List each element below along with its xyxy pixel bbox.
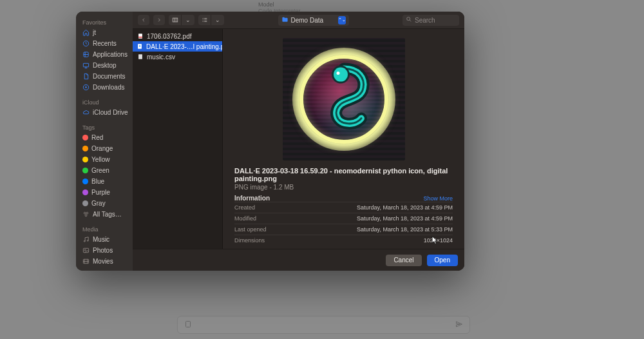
music-icon [82, 236, 90, 243]
chevron-down-icon[interactable]: ⌄ [211, 15, 224, 25]
tag-dot-green [82, 168, 88, 173]
sidebar-item-icloud-drive[interactable]: iCloud Drive [76, 107, 133, 118]
sidebar-item-label: Green [91, 167, 109, 174]
sidebar-header-media: Media [76, 224, 133, 234]
nav-forward-button[interactable] [153, 15, 165, 25]
preview-filename: DALL·E 2023-03-18 16.59.20 - neomodernis… [234, 167, 453, 182]
svg-point-5 [84, 212, 86, 214]
file-name: DALL·E 2023-…l painting.png [146, 43, 222, 50]
preview-pane: DALL·E 2023-03-18 16.59.20 - neomodernis… [223, 29, 464, 249]
python-snake-icon [308, 59, 379, 137]
sidebar-tag-purple[interactable]: Purple [76, 187, 133, 198]
info-value: Saturday, March 18, 2023 at 5:33 PM [357, 226, 453, 233]
sidebar-all-tags[interactable]: All Tags… [76, 209, 133, 220]
main-panel: ⌄ ⌄ Demo Data ⌃⌄ Search [133, 12, 464, 271]
clock-icon [82, 40, 90, 47]
file-name: 1706.03762.pdf [147, 33, 192, 40]
sidebar-item-label: Applications [93, 51, 128, 58]
svg-point-11 [84, 249, 86, 251]
sidebar-item-label: All Tags… [93, 211, 122, 218]
app-icon [82, 51, 90, 58]
svg-point-9 [87, 240, 88, 241]
info-row: Dimensions1024×1024 [234, 235, 453, 246]
info-key: Last opened [234, 226, 267, 233]
view-list-icon[interactable] [198, 15, 211, 25]
sidebar-tag-red[interactable]: Red [76, 132, 133, 143]
sidebar-item-jt[interactable]: jt [76, 27, 133, 38]
chevron-left-icon [141, 17, 146, 23]
sidebar-tag-yellow[interactable]: Yellow [76, 154, 133, 165]
view-mode-segmented[interactable]: ⌄ [169, 15, 194, 25]
cancel-button[interactable]: Cancel [386, 255, 421, 266]
tag-dot-purple [82, 189, 88, 195]
preview-thumbnail [283, 38, 405, 160]
info-key: Modified [234, 215, 256, 222]
file-row[interactable]: DALL·E 2023-…l painting.png [133, 41, 222, 52]
tag-dot-yellow [82, 157, 88, 162]
folder-dropdown[interactable]: Demo Data ⌃⌄ [278, 15, 349, 26]
svg-point-8 [84, 240, 85, 242]
folder-icon [281, 16, 289, 24]
sidebar-item-label: Blue [91, 178, 104, 185]
info-key: Dimensions [234, 237, 265, 244]
sidebar-item-label: Yellow [91, 156, 110, 163]
sidebar-item-label: Movies [93, 258, 113, 265]
download-icon [82, 84, 90, 91]
sidebar-item-label: Recents [93, 40, 117, 47]
sidebar-item-desktop[interactable]: Desktop [76, 60, 133, 71]
svg-point-21 [334, 68, 348, 82]
tag-dot-orange [82, 146, 88, 151]
sidebar-item-label: Photos [93, 247, 113, 254]
show-more-link[interactable]: Show More [423, 195, 453, 202]
sidebar-item-label: Downloads [93, 84, 124, 91]
group-mode-segmented[interactable]: ⌄ [198, 15, 224, 25]
tag-dot-red [82, 135, 88, 140]
sidebar-item-music[interactable]: Music [76, 234, 133, 245]
search-icon [406, 16, 412, 24]
image-file-icon [137, 43, 143, 50]
svg-rect-13 [173, 18, 178, 22]
sidebar-item-label: Documents [93, 73, 126, 80]
open-button[interactable]: Open [427, 255, 458, 266]
chevron-down-icon[interactable]: ⌄ [182, 15, 194, 25]
tag-dot-blue [82, 179, 88, 184]
tag-dot-gray [82, 200, 88, 206]
file-row[interactable]: 1706.03762.pdf [133, 31, 222, 41]
sidebar-item-photos[interactable]: Photos [76, 245, 133, 256]
svg-point-7 [85, 215, 87, 217]
svg-rect-16 [138, 37, 142, 38]
sidebar-header-tags: Tags [76, 122, 133, 132]
sidebar-header-favorites: Favorites [76, 17, 133, 27]
desktop-icon [82, 62, 90, 69]
sidebar-tag-blue[interactable]: Blue [76, 176, 133, 187]
sidebar-item-label: Desktop [93, 62, 117, 69]
info-row: CreatedSaturday, March 18, 2023 at 4:59 … [234, 202, 453, 213]
file-row[interactable]: music.csv [133, 52, 222, 62]
sidebar-item-recents[interactable]: Recents [76, 38, 133, 49]
photo-icon [82, 247, 90, 254]
view-columns-icon[interactable] [169, 15, 182, 25]
sidebar-item-label: iCloud Drive [93, 109, 128, 116]
nav-back-button[interactable] [138, 15, 149, 25]
info-value: Saturday, March 18, 2023 at 4:59 PM [357, 204, 453, 211]
sidebar-item-documents[interactable]: Documents [76, 71, 133, 82]
sidebar-item-downloads[interactable]: Downloads [76, 82, 133, 93]
svg-point-6 [86, 212, 88, 214]
sidebar-item-label: Music [93, 236, 109, 243]
sidebar-tag-gray[interactable]: Gray [76, 198, 133, 209]
svg-point-18 [139, 45, 141, 47]
svg-point-14 [407, 17, 410, 21]
info-row: Last openedSaturday, March 18, 2023 at 5… [234, 224, 453, 235]
home-icon [82, 29, 90, 36]
sidebar-tag-green[interactable]: Green [76, 165, 133, 176]
file-list[interactable]: 1706.03762.pdf DALL·E 2023-…l painting.p… [133, 29, 223, 249]
info-row: ModifiedSaturday, March 18, 2023 at 4:59… [234, 213, 453, 224]
folder-name: Demo Data [291, 17, 324, 24]
search-input[interactable]: Search [402, 15, 459, 26]
sidebar-item-label: Orange [91, 145, 113, 152]
sidebar-tag-orange[interactable]: Orange [76, 143, 133, 154]
open-file-dialog: Favorites jt Recents Applications Deskto… [76, 12, 464, 271]
sidebar-item-applications[interactable]: Applications [76, 49, 133, 60]
sidebar-item-movies[interactable]: Movies [76, 256, 133, 267]
info-value: 1024×1024 [424, 237, 453, 244]
